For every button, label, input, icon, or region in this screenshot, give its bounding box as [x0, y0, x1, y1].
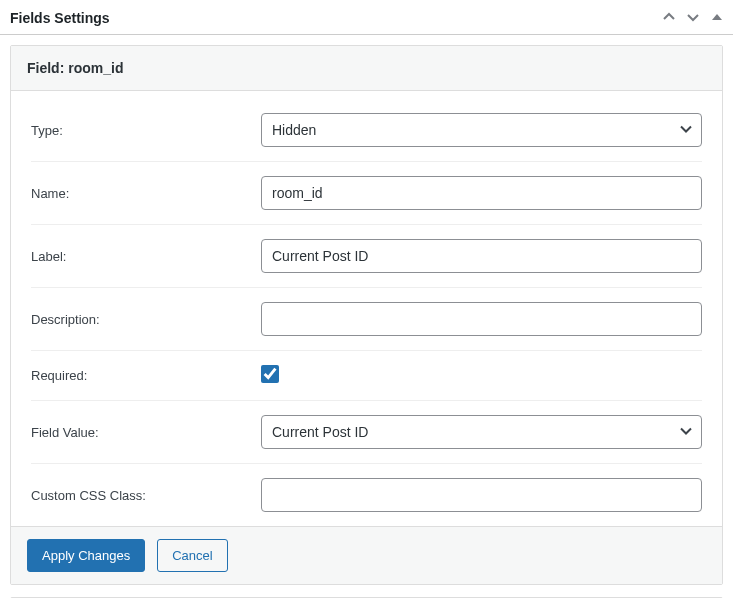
row-required: Required:: [31, 351, 702, 401]
panel-controls: [663, 11, 723, 26]
name-label: Name:: [31, 186, 261, 201]
field-settings-box: Field: room_id Type: Hidden Na: [10, 45, 723, 585]
field-box-footer: Apply Changes Cancel: [11, 526, 722, 584]
row-cssclass: Custom CSS Class:: [31, 464, 702, 526]
row-fieldvalue: Field Value: Current Post ID: [31, 401, 702, 464]
type-label: Type:: [31, 123, 261, 138]
panel-header: Fields Settings: [0, 0, 733, 35]
cancel-button[interactable]: Cancel: [157, 539, 227, 572]
panel-title: Fields Settings: [10, 10, 110, 26]
description-input[interactable]: [261, 302, 702, 336]
type-select[interactable]: Hidden: [261, 113, 702, 147]
fieldvalue-select[interactable]: Current Post ID: [261, 415, 702, 449]
caret-down-icon[interactable]: [687, 11, 699, 26]
label-label: Label:: [31, 249, 261, 264]
row-name: Name:: [31, 162, 702, 225]
collapse-toggle-icon[interactable]: [711, 11, 723, 26]
apply-changes-button[interactable]: Apply Changes: [27, 539, 145, 572]
caret-up-icon[interactable]: [663, 11, 675, 26]
required-label: Required:: [31, 368, 261, 383]
field-rows: Type: Hidden Name:: [11, 91, 722, 526]
cssclass-input[interactable]: [261, 478, 702, 512]
field-header-name: room_id: [68, 60, 123, 76]
description-label: Description:: [31, 312, 261, 327]
row-label: Label:: [31, 225, 702, 288]
required-checkbox[interactable]: [261, 365, 279, 383]
name-input[interactable]: [261, 176, 702, 210]
panel-body: Field: room_id Type: Hidden Na: [0, 35, 733, 585]
row-type: Type: Hidden: [31, 99, 702, 162]
label-input[interactable]: [261, 239, 702, 273]
field-header-prefix: Field:: [27, 60, 68, 76]
fieldvalue-label: Field Value:: [31, 425, 261, 440]
cssclass-label: Custom CSS Class:: [31, 488, 261, 503]
field-box-header: Field: room_id: [11, 46, 722, 91]
row-description: Description:: [31, 288, 702, 351]
